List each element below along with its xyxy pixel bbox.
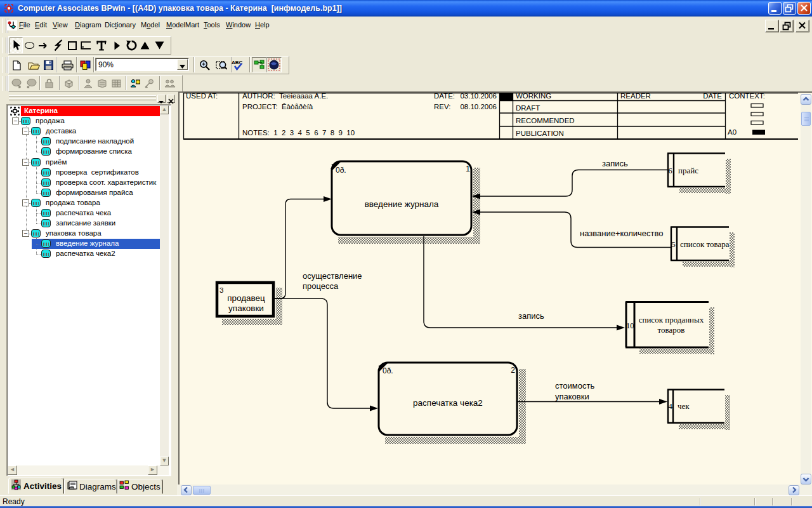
svg-text:продавец: продавец — [227, 293, 265, 303]
svg-text:введение журнала: введение журнала — [365, 199, 439, 209]
svg-text:4: 4 — [669, 402, 673, 411]
svg-text:NOTES: 1 2 3 4 5 6 7 8: NOTES: 1 2 3 4 5 6 7 8 9 10 — [242, 129, 355, 137]
svg-text:A0: A0 — [728, 128, 737, 136]
svg-text:запись: запись — [518, 311, 544, 321]
svg-text:стоимость: стоимость — [555, 381, 594, 391]
svg-text:CONTEXT:: CONTEXT: — [729, 93, 765, 100]
svg-text:PUBLICATION: PUBLICATION — [516, 130, 564, 137]
svg-text:10: 10 — [626, 321, 634, 330]
svg-text:USED AT:: USED AT: — [186, 93, 218, 100]
svg-text:название+количество: название+количество — [580, 229, 664, 238]
svg-text:осуществление: осуществление — [303, 271, 362, 281]
svg-text:2: 2 — [511, 366, 515, 375]
svg-text:5: 5 — [672, 240, 676, 249]
svg-text:WORKING: WORKING — [516, 93, 551, 100]
svg-text:DATE:: DATE: — [434, 93, 455, 100]
svg-text:PROJECT: Êàòåðèíà: PROJECT: Êàòåðèíà — [242, 103, 313, 110]
svg-text:READER: READER — [620, 93, 651, 100]
svg-text:список проданных: список проданных — [639, 315, 704, 324]
svg-text:RECOMMENDED: RECOMMENDED — [516, 117, 575, 124]
svg-text:DATE: DATE — [703, 93, 722, 100]
svg-text:упаковки: упаковки — [555, 392, 589, 401]
svg-text:08.10.2006: 08.10.2006 — [460, 103, 497, 110]
svg-text:процесса: процесса — [303, 281, 339, 291]
svg-text:AUTHOR: Teeieaaaa A.E.: AUTHOR: Teeieaaaa A.E. — [242, 93, 328, 100]
svg-text:DRAFT: DRAFT — [516, 104, 540, 112]
svg-text:REV:: REV: — [434, 103, 450, 110]
svg-text:1: 1 — [466, 164, 470, 173]
svg-text:03.10.2006: 03.10.2006 — [460, 93, 497, 100]
svg-text:чек: чек — [678, 401, 690, 411]
svg-text:распечатка чека2: распечатка чека2 — [413, 398, 483, 408]
svg-text:запись: запись — [602, 159, 628, 168]
svg-text:прайс: прайс — [678, 166, 698, 175]
svg-text:товаров: товаров — [658, 325, 685, 335]
svg-text:упаковки: упаковки — [228, 304, 264, 313]
svg-text:0ð.: 0ð. — [336, 166, 346, 175]
svg-text:3: 3 — [219, 286, 223, 294]
svg-text:6: 6 — [669, 166, 672, 175]
svg-text:список товара: список товара — [680, 239, 730, 249]
svg-text:0ð.: 0ð. — [383, 366, 393, 375]
